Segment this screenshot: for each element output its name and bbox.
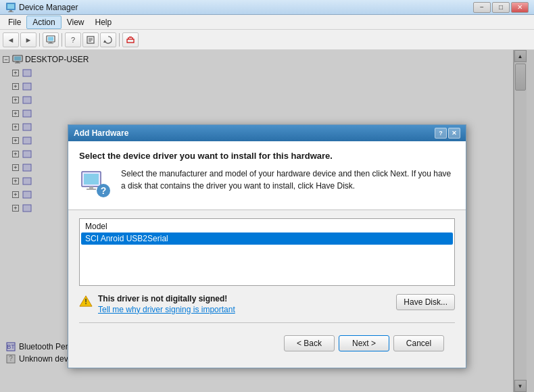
svg-rect-37 bbox=[84, 174, 99, 185]
menu-action[interactable]: Action bbox=[26, 16, 61, 29]
properties-icon bbox=[86, 35, 95, 45]
warning-title: This driver is not digitally signed! bbox=[98, 294, 396, 303]
toolbar-separator-2 bbox=[62, 33, 62, 47]
forward-button[interactable]: ► bbox=[20, 32, 37, 47]
uninstall-icon bbox=[126, 35, 135, 45]
warning-icon: ! bbox=[79, 294, 93, 308]
menu-bar: File Action View Help bbox=[0, 15, 534, 30]
computer-icon bbox=[46, 35, 55, 45]
svg-rect-6 bbox=[49, 42, 52, 43]
warning-content: This driver is not digitally signed! Tel… bbox=[98, 294, 396, 314]
title-bar-controls: − □ ✕ bbox=[473, 2, 529, 13]
dialog-body: Model SCI Anroid USB2Serial ! bbox=[68, 210, 466, 368]
title-bar-left: Device Manager bbox=[5, 2, 78, 13]
toolbar-separator-3 bbox=[119, 33, 120, 47]
computer-button[interactable] bbox=[43, 32, 59, 47]
dialog-divider bbox=[79, 322, 455, 323]
hardware-device-icon: ? bbox=[80, 169, 110, 199]
dialog-close-button[interactable]: ✕ bbox=[448, 128, 460, 139]
dialog-title-bar: Add Hardware ? ✕ bbox=[68, 125, 466, 141]
have-disk-button[interactable]: Have Disk... bbox=[396, 294, 455, 310]
svg-rect-39 bbox=[87, 189, 96, 190]
window-title: Device Manager bbox=[19, 3, 78, 12]
svg-rect-38 bbox=[89, 187, 93, 189]
hardware-icon-container: ? bbox=[79, 168, 112, 200]
model-label: Model bbox=[80, 219, 454, 231]
svg-rect-13 bbox=[127, 39, 134, 43]
update-icon bbox=[103, 35, 113, 45]
warning-row: ! This driver is not digitally signed! T… bbox=[79, 294, 455, 314]
help-button[interactable]: ? bbox=[65, 32, 81, 47]
properties-button[interactable] bbox=[82, 32, 99, 47]
dialog-title: Add Hardware bbox=[74, 128, 128, 138]
toolbar: ◄ ► ? bbox=[0, 30, 534, 50]
dialog-header-description: Select the manufacturer and model of you… bbox=[121, 168, 455, 192]
minimize-button[interactable]: − bbox=[473, 2, 491, 13]
menu-help[interactable]: Help bbox=[90, 16, 118, 28]
warning-triangle-icon: ! bbox=[79, 294, 93, 308]
svg-rect-5 bbox=[48, 36, 53, 41]
svg-rect-2 bbox=[9, 10, 12, 11]
dialog-help-button[interactable]: ? bbox=[435, 128, 447, 139]
menu-file[interactable]: File bbox=[3, 16, 26, 28]
next-button[interactable]: Next > bbox=[339, 335, 389, 351]
dialog-content: Select the device driver you want to ins… bbox=[68, 141, 466, 368]
app-icon bbox=[5, 2, 16, 13]
dialog-header-title: Select the device driver you want to ins… bbox=[79, 151, 455, 161]
model-listbox: Model SCI Anroid USB2Serial bbox=[79, 218, 455, 286]
back-button[interactable]: < Back bbox=[284, 335, 335, 351]
back-button[interactable]: ◄ bbox=[3, 32, 19, 47]
svg-rect-3 bbox=[8, 11, 14, 12]
dialog-title-controls: ? ✕ bbox=[435, 128, 460, 139]
button-row: < Back Next > Cancel bbox=[79, 330, 455, 360]
svg-rect-7 bbox=[48, 43, 53, 43]
model-list[interactable]: SCI Anroid USB2Serial bbox=[80, 231, 454, 285]
model-item-sci[interactable]: SCI Anroid USB2Serial bbox=[81, 232, 453, 245]
dialog-header: Select the device driver you want to ins… bbox=[68, 141, 466, 210]
maximize-button[interactable]: □ bbox=[492, 2, 510, 13]
modal-overlay: Add Hardware ? ✕ Select the device drive… bbox=[0, 50, 534, 392]
title-bar: Device Manager − □ ✕ bbox=[0, 0, 534, 15]
dialog-header-body: ? Select the manufacturer and model of y… bbox=[79, 168, 455, 200]
svg-rect-1 bbox=[7, 4, 14, 9]
menu-view[interactable]: View bbox=[62, 16, 90, 28]
toolbar-separator-1 bbox=[39, 33, 40, 47]
svg-text:?: ? bbox=[101, 185, 107, 196]
add-hardware-dialog: Add Hardware ? ✕ Select the device drive… bbox=[68, 124, 466, 368]
warning-link[interactable]: Tell me why driver signing is important bbox=[98, 305, 396, 314]
uninstall-button[interactable] bbox=[122, 32, 139, 47]
svg-text:!: ! bbox=[84, 297, 87, 305]
update-button[interactable] bbox=[100, 32, 116, 47]
close-button[interactable]: ✕ bbox=[511, 2, 529, 13]
svg-marker-12 bbox=[103, 40, 106, 43]
warning-left: ! This driver is not digitally signed! T… bbox=[79, 294, 396, 314]
cancel-button[interactable]: Cancel bbox=[393, 335, 444, 351]
